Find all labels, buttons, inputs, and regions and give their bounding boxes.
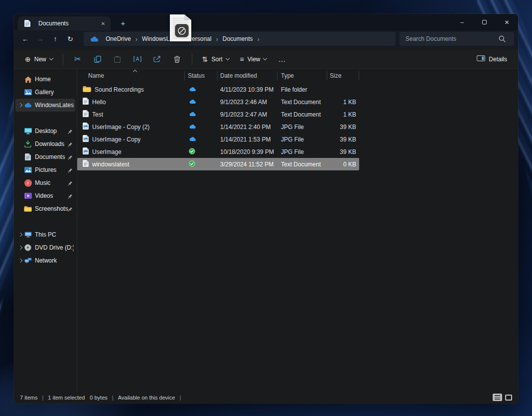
file-name: windowslatest — [92, 161, 130, 168]
sidebar: Home Gallery WindowsLatest - Pe — [14, 69, 77, 392]
breadcrumb-onedrive[interactable]: OneDrive — [106, 35, 131, 42]
new-tab-button[interactable]: + — [117, 17, 130, 28]
more-options-button[interactable]: … — [272, 52, 291, 67]
sidebar-item-documents[interactable]: Documents — [15, 150, 75, 163]
minimize-button[interactable]: – — [451, 14, 473, 30]
breadcrumb-documents[interactable]: Documents — [223, 35, 253, 42]
sidebar-item-label: This PC — [35, 231, 74, 238]
share-button[interactable] — [148, 52, 167, 67]
table-row[interactable]: Hello 9/1/2023 2:46 AM Text Document 1 K… — [77, 96, 359, 108]
file-date: 1/14/2021 2:40 PM — [218, 124, 277, 131]
new-button[interactable]: ⊕ New — [20, 52, 58, 67]
status-divider: | — [179, 395, 181, 401]
sidebar-item-this-pc[interactable]: This PC — [15, 228, 75, 241]
text-file-icon — [83, 110, 89, 119]
chevron-right-icon[interactable]: › — [216, 35, 218, 43]
column-header-type[interactable]: Type — [277, 71, 327, 80]
sidebar-item-gallery[interactable]: Gallery — [15, 86, 75, 99]
file-date: 9/1/2023 2:47 AM — [218, 111, 277, 118]
chevron-right-icon[interactable] — [17, 104, 23, 107]
column-header-name[interactable]: Name — [77, 71, 185, 80]
sidebar-item-label: DVD Drive (D:) CCC — [35, 244, 74, 251]
column-header-size[interactable]: Size — [327, 71, 359, 80]
file-date: 9/1/2023 2:46 AM — [218, 99, 277, 106]
file-type: JPG File — [277, 124, 327, 131]
sidebar-item-pictures[interactable]: Pictures — [15, 163, 75, 176]
delete-button[interactable] — [168, 52, 187, 67]
file-type: Text Document — [277, 99, 327, 106]
file-type: JPG File — [277, 148, 327, 155]
titlebar[interactable]: Documents ✕ + – ✕ — [14, 14, 518, 30]
file-rows: Sound Recordings 4/11/2023 10:39 PM File… — [77, 83, 518, 170]
column-header-date-modified[interactable]: Date modified — [218, 71, 277, 80]
toolbar-divider — [192, 54, 192, 65]
file-date: 10/18/2020 9:39 PM — [218, 148, 277, 155]
pin-icon — [68, 180, 73, 187]
close-button[interactable]: ✕ — [496, 14, 518, 30]
sidebar-item-dvd-drive[interactable]: DVD Drive (D:) CCC — [15, 241, 75, 254]
chevron-right-icon[interactable]: › — [135, 35, 137, 43]
tab-close-icon[interactable]: ✕ — [99, 19, 108, 28]
chevron-right-icon[interactable]: › — [257, 35, 259, 43]
up-button[interactable]: ↑ — [48, 32, 63, 46]
sidebar-item-desktop[interactable]: Desktop — [15, 125, 75, 138]
gallery-icon — [23, 89, 32, 95]
command-bar: ⊕ New ✂ A ⇅ Sort ≡ View — [14, 50, 518, 69]
file-size: 39 KB — [327, 124, 359, 131]
table-row-selected[interactable]: windowslatest 3/29/2024 11:52 PM Text Do… — [77, 158, 359, 170]
maximize-icon — [482, 20, 487, 24]
text-file-icon — [83, 160, 89, 168]
tab-documents[interactable]: Documents ✕ — [18, 16, 111, 30]
sidebar-item-downloads[interactable]: Downloads — [15, 138, 75, 150]
pin-icon — [68, 206, 73, 213]
table-row[interactable]: UserImage - Copy (2) 1/14/2021 2:40 PM J… — [77, 121, 359, 133]
details-view-toggle[interactable] — [493, 394, 502, 401]
sidebar-item-onedrive[interactable]: WindowsLatest - Pe — [15, 99, 75, 112]
table-row[interactable]: Sound Recordings 4/11/2023 10:39 PM File… — [77, 83, 359, 96]
cut-button[interactable]: ✂ — [68, 52, 87, 67]
table-row[interactable]: Test 9/1/2023 2:47 AM Text Document 1 KB — [77, 108, 359, 121]
chevron-right-icon[interactable] — [17, 233, 23, 236]
synced-status-icon — [189, 160, 195, 168]
details-button[interactable]: Details — [472, 52, 512, 67]
rename-button[interactable]: A — [128, 52, 147, 67]
home-icon — [23, 76, 32, 83]
maximize-button[interactable] — [473, 14, 496, 30]
network-icon — [23, 258, 32, 264]
file-type: JPG File — [277, 136, 327, 143]
column-header-status[interactable]: Status — [185, 71, 218, 80]
sidebar-item-videos[interactable]: Videos — [15, 189, 75, 202]
file-size: 39 KB — [327, 148, 359, 155]
folder-icon — [83, 86, 91, 94]
sidebar-item-network[interactable]: Network — [15, 254, 75, 267]
breadcrumb[interactable]: OneDrive › WindowsLatest - Personal › Do… — [84, 32, 396, 46]
table-row[interactable]: UserImage - Copy 1/14/2021 1:53 PM JPG F… — [77, 133, 359, 145]
file-explorer-window: Documents ✕ + – ✕ ← → ↑ ↻ OneDrive › Win… — [14, 14, 518, 404]
file-date: 1/14/2021 1:53 PM — [218, 136, 277, 143]
sort-icon: ⇅ — [202, 56, 208, 63]
paste-button[interactable] — [108, 52, 127, 67]
view-button-label: View — [248, 56, 261, 63]
chevron-right-icon[interactable] — [17, 259, 23, 262]
file-name-cell: windowslatest — [77, 160, 185, 168]
file-name: Hello — [92, 99, 106, 106]
image-file-icon — [83, 135, 89, 143]
search-input[interactable] — [404, 35, 498, 43]
svg-text:A: A — [135, 56, 139, 62]
sidebar-item-music[interactable]: ♪ Music — [15, 176, 75, 189]
large-icons-view-toggle[interactable] — [505, 395, 512, 401]
search-box[interactable] — [399, 32, 514, 46]
copy-button[interactable] — [88, 52, 107, 67]
back-button[interactable]: ← — [18, 32, 33, 46]
file-date: 3/29/2024 11:52 PM — [218, 161, 277, 168]
chevron-right-icon[interactable] — [17, 246, 23, 249]
sort-button[interactable]: ⇅ Sort — [197, 52, 234, 67]
sidebar-item-screenshots[interactable]: Screenshots — [15, 202, 75, 215]
table-row[interactable]: UserImage 10/18/2020 9:39 PM JPG File 39… — [77, 145, 359, 158]
documents-icon — [23, 153, 32, 160]
view-button[interactable]: ≡ View — [235, 52, 272, 67]
sort-button-label: Sort — [211, 56, 222, 63]
forward-button[interactable]: → — [33, 32, 48, 46]
sidebar-item-home[interactable]: Home — [15, 73, 75, 86]
refresh-button[interactable]: ↻ — [63, 32, 78, 46]
